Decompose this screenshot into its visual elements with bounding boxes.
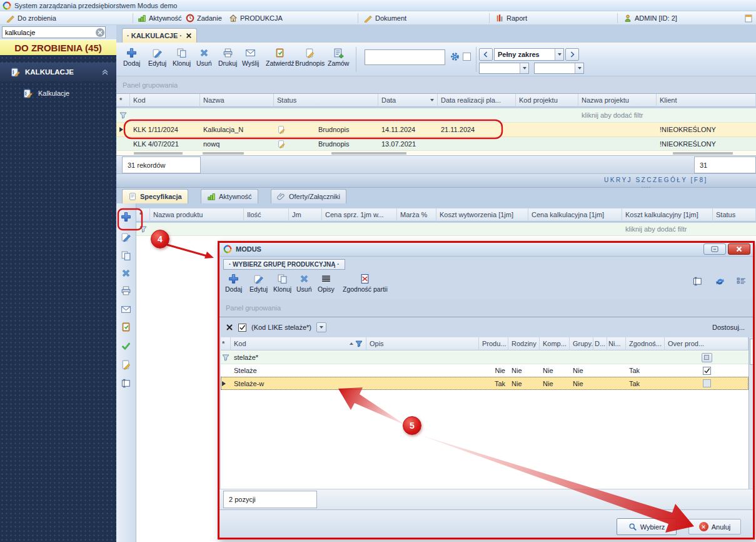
filter-select-2[interactable]: [534, 63, 584, 74]
table-row[interactable]: Stelaże Nie Nie Nie Nie Tak: [221, 364, 748, 377]
column-chooser-button[interactable]: *: [116, 94, 130, 107]
cell-over-prod[interactable]: [665, 377, 748, 390]
tab-kalkulacje[interactable]: · KALKULACJE ·: [122, 28, 197, 43]
column-header-ilosc[interactable]: Ilość: [244, 208, 289, 222]
column-header-rodziny[interactable]: Rodziny: [508, 337, 540, 350]
spec-print-button[interactable]: [121, 285, 131, 296]
column-header-status[interactable]: Status: [274, 94, 378, 107]
dialog-edit-button[interactable]: Edytuj: [248, 272, 270, 294]
sidebar-group-kalkulacje[interactable]: KALKULACJE: [0, 63, 116, 81]
column-header-opis[interactable]: Opis: [366, 337, 479, 350]
column-header-data-realizacji[interactable]: Data realizacji pla...: [438, 94, 516, 107]
column-header-komp[interactable]: Komp...: [540, 337, 570, 350]
cell-over-prod[interactable]: [665, 364, 748, 377]
column-chooser-button[interactable]: *: [221, 337, 231, 350]
search-option-checkbox[interactable]: [463, 53, 471, 61]
column-header-d[interactable]: D...: [593, 337, 607, 350]
column-header-status[interactable]: Status: [713, 208, 756, 222]
draft-button[interactable]: Brudnopis: [293, 46, 326, 68]
column-header-marza[interactable]: Marża %: [397, 208, 436, 222]
dialog-grid-filter-row[interactable]: stelaże*: [221, 351, 748, 364]
filter-cell[interactable]: [116, 108, 130, 122]
filter-hint[interactable]: kliknij aby dodać filtr: [622, 223, 756, 235]
column-header-nazwa-projektu[interactable]: Nazwa projektu: [578, 94, 657, 107]
dialog-descriptions-button[interactable]: Opisy: [316, 272, 336, 294]
notes-icon-button[interactable]: [742, 13, 755, 24]
spec-draft-button[interactable]: [121, 359, 131, 370]
spec-edit-button[interactable]: [121, 232, 131, 242]
delete-button[interactable]: Usuń: [194, 46, 214, 68]
details-splitter[interactable]: UKRYJ SZCZEGÓŁY [F8] ▪▪▪▪: [116, 174, 756, 188]
sidebar-item-kalkulacje[interactable]: Kalkulacje: [0, 85, 116, 101]
clone-button[interactable]: Klonuj: [171, 46, 193, 68]
filter-checkbox-button[interactable]: [665, 351, 748, 364]
filter-value-kod[interactable]: stelaże*: [231, 351, 366, 364]
funnel-icon[interactable]: [355, 340, 363, 347]
column-header-ni[interactable]: Ni...: [607, 337, 626, 350]
filter-cell[interactable]: [136, 223, 150, 235]
cancel-button[interactable]: Anuluj: [688, 519, 741, 534]
menu-item-produkcja[interactable]: PRODUKCJA: [226, 13, 285, 24]
grouping-panel[interactable]: Panel grupowania: [116, 76, 756, 94]
filter-hint[interactable]: kliknij aby dodać filtr: [578, 108, 756, 122]
spec-grid-filter-row[interactable]: kliknij aby dodać filtr: [136, 223, 756, 236]
column-header-kod-projektu[interactable]: Kod projektu: [516, 94, 578, 107]
column-chooser-button[interactable]: *: [136, 208, 150, 222]
column-header-over-prod[interactable]: Over prod...: [665, 337, 748, 350]
close-icon[interactable]: [186, 33, 192, 39]
select-button[interactable]: Wybierz: [617, 518, 677, 535]
column-header-kod[interactable]: Kod: [130, 94, 200, 107]
dialog-columns-button[interactable]: [692, 276, 703, 287]
spec-send-button[interactable]: [121, 304, 131, 315]
menu-item-zadanie[interactable]: Zadanie: [183, 13, 224, 24]
column-header-koszt-wytworzenia[interactable]: Koszt wytworzenia [1jm]: [436, 208, 528, 222]
spec-columns-button[interactable]: [121, 378, 131, 389]
menu-item-dokument[interactable]: Dokument: [361, 13, 409, 24]
range-select[interactable]: Pełny zakres: [494, 48, 564, 61]
column-header-zgodnosc[interactable]: Zgodnoś...: [626, 337, 665, 350]
filter-select-1[interactable]: [479, 63, 529, 74]
tab-oferty-zalaczniki[interactable]: Oferty/Załączniki: [271, 189, 346, 203]
dialog-details-button[interactable]: [736, 276, 747, 287]
column-header-klient[interactable]: Klient: [657, 94, 756, 107]
menu-item-aktywnosc[interactable]: Aktywność: [135, 13, 184, 24]
print-button[interactable]: Drukuj: [216, 46, 239, 68]
customize-link[interactable]: Dostosuj...: [712, 324, 745, 331]
chevron-up-icon[interactable]: [101, 68, 109, 76]
table-row[interactable]: KLK 4/07/2021 nowq Brudnopis 13.07.2021 …: [116, 137, 756, 151]
spec-add-button[interactable]: [121, 212, 131, 222]
dialog-grouping-panel[interactable]: Panel grupowania: [218, 299, 753, 317]
add-button[interactable]: Dodaj: [121, 46, 142, 68]
dialog-delete-button[interactable]: Usuń: [295, 272, 314, 294]
column-header-cena-sprz[interactable]: Cena sprz. 1jm w...: [322, 208, 397, 222]
dialog-batch-compliance-button[interactable]: Zgodność partii: [341, 272, 390, 294]
dialog-title-bar[interactable]: MODUS: [218, 242, 753, 257]
column-header-produ[interactable]: Produ...: [479, 337, 508, 350]
filter-cell[interactable]: [221, 351, 231, 364]
column-header-nazwa[interactable]: Nazwa: [200, 94, 274, 107]
quick-search-input[interactable]: [365, 49, 445, 65]
column-header-cena-kalkulacyjna[interactable]: Cena kalkulacyjna [1jm]: [528, 208, 622, 222]
range-prev-button[interactable]: [479, 48, 493, 61]
filter-dropdown-button[interactable]: [316, 322, 326, 332]
sidebar-search-input[interactable]: [2, 26, 106, 38]
table-row-selected[interactable]: Stelaże-w Tak Nie Nie Nie Tak: [221, 377, 748, 390]
dialog-scrollbar[interactable]: [748, 337, 754, 489]
menu-item-admin[interactable]: ADMIN [ID: 2]: [621, 13, 680, 24]
column-header-koszt-kalkulacyjny[interactable]: Koszt kalkulacyjny [1jm]: [622, 208, 713, 222]
menu-item-do-zrobienia[interactable]: Do zrobienia: [4, 13, 59, 24]
spec-clone-button[interactable]: [121, 250, 131, 261]
table-row[interactable]: KLK 1/11/2024 Kalkulacja_N Brudnopis 14.…: [116, 123, 756, 137]
tab-specyfikacja[interactable]: Specyfikacja: [122, 189, 188, 203]
clear-search-icon[interactable]: [96, 28, 104, 37]
dialog-refresh-button[interactable]: [715, 276, 725, 287]
dialog-add-button[interactable]: Dodaj: [223, 272, 244, 294]
filter-enabled-checkbox[interactable]: [238, 324, 246, 332]
approve-button[interactable]: Zatwierdź: [264, 46, 296, 68]
minimize-button[interactable]: [703, 243, 726, 255]
gear-icon[interactable]: [450, 51, 460, 62]
todo-header[interactable]: DO ZROBIENIA (45): [0, 39, 116, 55]
scrollbar-thumb[interactable]: [750, 339, 753, 365]
edit-button[interactable]: Edytuj: [146, 46, 168, 68]
column-header-kod[interactable]: Kod: [231, 337, 366, 350]
